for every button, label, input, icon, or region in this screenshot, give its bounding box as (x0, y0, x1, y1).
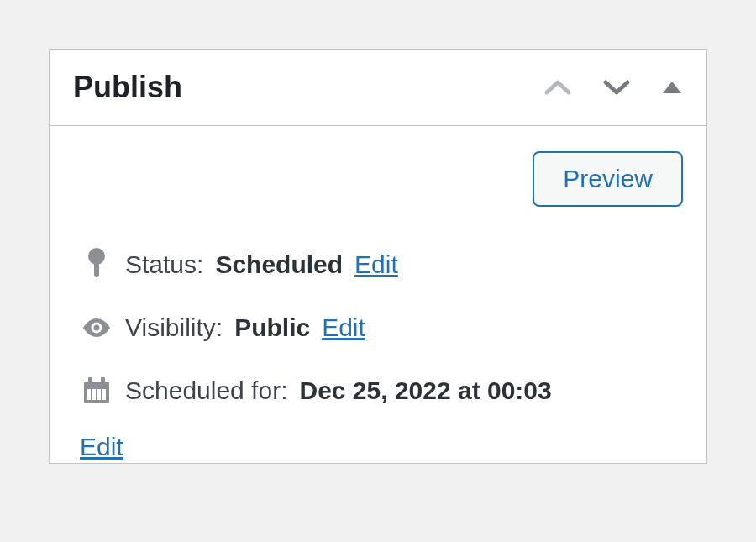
status-value: Scheduled (215, 248, 343, 281)
calendar-icon (80, 376, 113, 406)
svg-rect-9 (92, 389, 96, 400)
scheduled-label: Scheduled for: (125, 374, 287, 407)
panel-title: Publish (73, 70, 530, 105)
scheduled-row: Scheduled for: Dec 25, 2022 at 00:03 Edi… (80, 374, 676, 463)
visibility-value: Public (234, 311, 310, 344)
scheduled-value: Dec 25, 2022 at 00:03 (299, 374, 551, 407)
visibility-label: Visibility: (125, 311, 223, 344)
svg-rect-2 (94, 260, 99, 277)
edit-status-link[interactable]: Edit (354, 248, 398, 281)
publish-rows: Status: Scheduled Edit Visibility: Publi… (50, 215, 706, 463)
panel-header-controls (543, 78, 683, 97)
collapse-panel-icon[interactable] (661, 80, 683, 95)
edit-visibility-link[interactable]: Edit (322, 311, 365, 344)
status-row: Status: Scheduled Edit (80, 247, 676, 281)
visibility-row: Visibility: Public Edit (80, 311, 676, 344)
panel-header: Publish (50, 50, 706, 126)
edit-scheduled-link[interactable]: Edit (80, 430, 123, 463)
svg-rect-7 (101, 377, 105, 384)
svg-rect-8 (87, 389, 91, 400)
preview-button[interactable]: Preview (533, 151, 683, 207)
svg-marker-0 (663, 82, 681, 93)
publish-panel: Publish Preview Status: Scheduled Edit (49, 49, 707, 464)
svg-rect-11 (102, 389, 106, 400)
svg-rect-6 (88, 377, 92, 384)
move-down-icon[interactable] (602, 78, 631, 97)
eye-icon (80, 317, 113, 339)
pin-icon (80, 247, 113, 281)
svg-rect-10 (97, 389, 101, 400)
move-up-icon[interactable] (543, 78, 572, 97)
svg-point-4 (94, 324, 100, 330)
status-label: Status: (125, 248, 203, 281)
preview-row: Preview (50, 126, 706, 215)
